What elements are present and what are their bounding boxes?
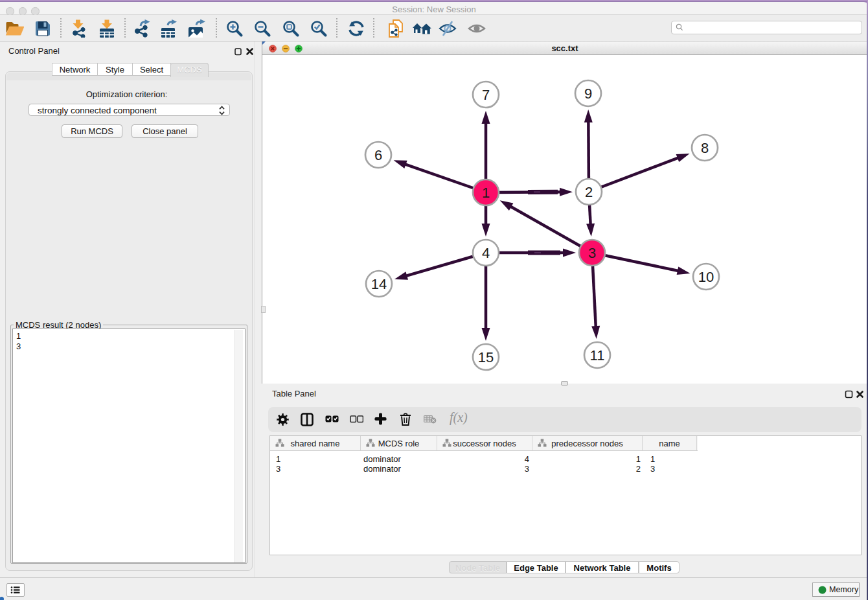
- svg-text:15: 15: [478, 349, 494, 365]
- svg-text:10: 10: [698, 269, 714, 285]
- svg-text:8: 8: [701, 140, 709, 156]
- svg-text:9: 9: [584, 86, 592, 102]
- svg-text:11: 11: [590, 347, 605, 363]
- svg-text:3: 3: [588, 245, 596, 261]
- svg-text:2: 2: [585, 184, 593, 200]
- svg-text:1: 1: [482, 185, 490, 201]
- svg-text:7: 7: [482, 87, 490, 103]
- svg-text:4: 4: [482, 245, 490, 261]
- svg-text:14: 14: [371, 276, 387, 292]
- svg-text:6: 6: [374, 147, 382, 163]
